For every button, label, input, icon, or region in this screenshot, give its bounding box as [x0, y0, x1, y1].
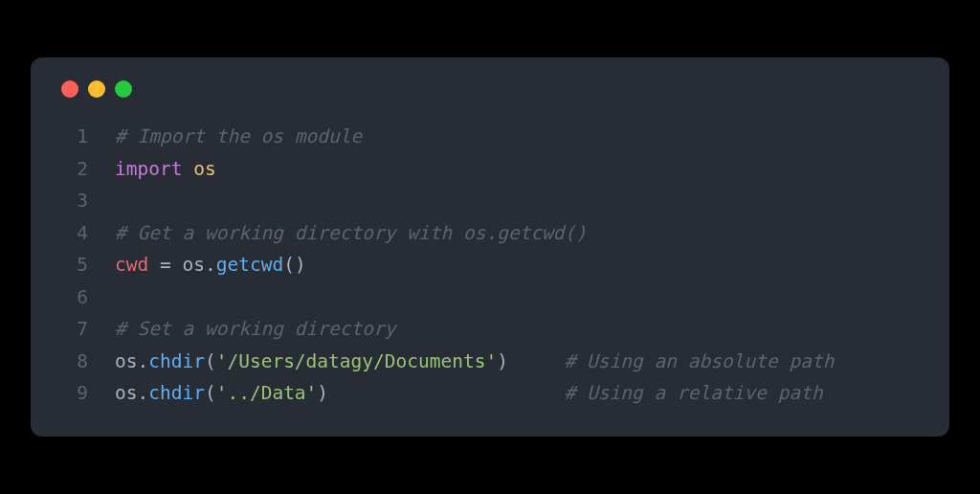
code-line: 2import os: [57, 153, 923, 186]
line-number: 7: [57, 313, 88, 346]
code-line: 7# Set a working directory: [57, 313, 923, 346]
code-content: os.chdir('../Data') # Using a relative p…: [115, 377, 823, 410]
line-number: 6: [57, 281, 88, 314]
line-number: 8: [57, 346, 88, 378]
close-icon[interactable]: [61, 80, 78, 98]
code-content: [115, 185, 126, 217]
code-line: 5cwd = os.getcwd(): [57, 249, 923, 281]
code-content: # Import the os module: [115, 121, 362, 153]
line-number: 2: [57, 153, 88, 186]
line-number: 1: [57, 121, 88, 153]
code-content: os.chdir('/Users/datagy/Documents') # Us…: [115, 346, 834, 378]
code-line: 1# Import the os module: [57, 121, 923, 153]
line-number: 5: [57, 249, 88, 281]
line-number: 4: [57, 217, 88, 250]
code-content: cwd = os.getcwd(): [115, 249, 306, 281]
code-line: 4# Get a working directory with os.getcw…: [57, 217, 923, 250]
code-area: 1# Import the os module2import os3 4# Ge…: [57, 121, 923, 410]
code-line: 3: [57, 185, 923, 217]
maximize-icon[interactable]: [115, 80, 132, 98]
code-content: [115, 281, 126, 314]
code-line: 9os.chdir('../Data') # Using a relative …: [57, 377, 923, 410]
code-content: # Get a working directory with os.getcwd…: [115, 217, 587, 250]
minimize-icon[interactable]: [88, 80, 105, 98]
window-controls: [57, 80, 923, 98]
code-editor-window: 1# Import the os module2import os3 4# Ge…: [31, 57, 949, 437]
line-number: 9: [57, 377, 88, 410]
code-content: # Set a working directory: [115, 313, 396, 346]
line-number: 3: [57, 185, 88, 217]
code-line: 8os.chdir('/Users/datagy/Documents') # U…: [57, 346, 923, 378]
code-line: 6: [57, 281, 923, 314]
code-content: import os: [115, 153, 216, 186]
